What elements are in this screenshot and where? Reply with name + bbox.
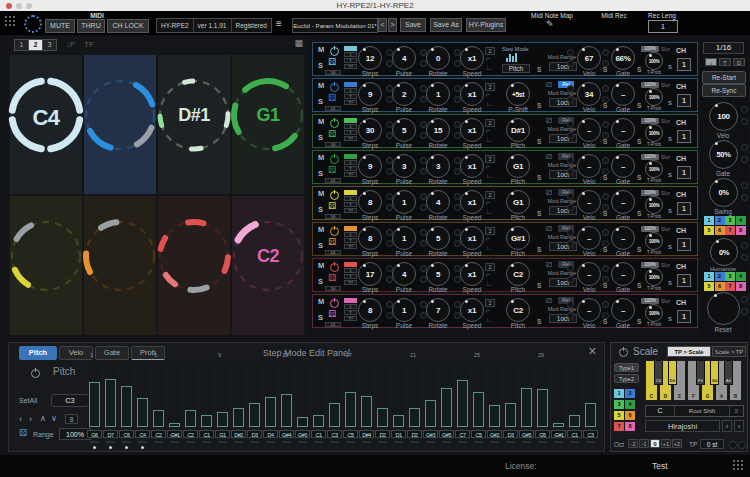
tprob-s-button[interactable]: S — [668, 208, 672, 214]
master-swing-knob[interactable]: 0% — [709, 178, 738, 207]
pitch-bar[interactable] — [569, 415, 580, 427]
step-mark[interactable] — [474, 441, 483, 443]
solo-button[interactable]: S — [318, 97, 323, 106]
step-mark[interactable] — [426, 441, 435, 443]
mod-slot[interactable] — [567, 240, 574, 247]
direction-icon[interactable]: ∟ — [486, 244, 493, 251]
mini-button[interactable]: T — [344, 310, 357, 315]
velo-knob[interactable]: – — [577, 118, 601, 142]
tprob-knob[interactable]: 100% — [645, 268, 663, 286]
mini-button[interactable]: ?? — [344, 244, 357, 249]
mod-slot[interactable] — [741, 118, 748, 125]
mod-slot[interactable] — [602, 204, 609, 211]
pitch-knob[interactable]: G#1 — [506, 226, 530, 250]
ch-value-box[interactable]: 1 — [677, 310, 691, 323]
step-mark[interactable] — [282, 441, 291, 443]
track-select-button[interactable]: 3 — [725, 216, 735, 225]
mod-slot[interactable] — [567, 96, 574, 103]
mod-slot[interactable] — [602, 168, 609, 175]
pulse-knob[interactable]: 5 — [392, 118, 416, 142]
mini-button[interactable]: 1 — [344, 268, 357, 273]
rotate-knob[interactable]: 5 — [426, 226, 450, 250]
pad[interactable] — [84, 55, 156, 194]
pitch-bar[interactable] — [265, 397, 276, 427]
mod-dice-icon[interactable]: ⚂ — [546, 296, 552, 305]
oct-plus1[interactable]: +1 — [661, 439, 671, 448]
pitch-bar[interactable] — [553, 423, 564, 427]
master-gate-knob[interactable]: 50% — [709, 140, 738, 169]
power-icon[interactable] — [330, 47, 339, 56]
mute-button[interactable]: M — [318, 45, 324, 54]
direction-icon[interactable]: ⌐ — [486, 235, 490, 242]
grid-length-box[interactable]: 16 — [325, 142, 341, 147]
step-mark[interactable] — [442, 441, 451, 443]
root-shift-label[interactable]: Root Shift — [675, 406, 729, 416]
mini-button[interactable]: T — [344, 202, 357, 207]
grid-length-box[interactable]: 16 — [325, 178, 341, 183]
grid-length-box[interactable]: 16 — [325, 250, 341, 255]
rotate-knob[interactable]: 1 — [426, 82, 450, 106]
edit-power-icon[interactable] — [31, 369, 40, 378]
pitch-bar[interactable] — [505, 403, 516, 427]
direction-icon[interactable]: ∟ — [486, 64, 493, 71]
scale-track-button[interactable]: 3 — [614, 400, 624, 409]
solo-button[interactable]: S — [318, 241, 323, 250]
step-mark[interactable] — [266, 441, 275, 443]
pad[interactable]: C2 — [232, 196, 304, 335]
mute-button[interactable]: M — [318, 81, 324, 90]
speed-knob[interactable]: x1 — [460, 262, 484, 286]
velo-knob[interactable]: 67 — [577, 46, 601, 70]
track-select-button[interactable]: 1 — [704, 216, 714, 225]
mod-slot[interactable] — [567, 265, 574, 272]
mini-button[interactable]: 1 — [344, 52, 357, 57]
tprob-s-button[interactable]: S — [668, 244, 672, 250]
mod-slot[interactable] — [602, 60, 609, 67]
tprob-s-button[interactable]: S — [668, 172, 672, 178]
pitch-bar[interactable] — [377, 408, 388, 427]
solo-button[interactable]: S — [318, 61, 323, 70]
tprob-knob[interactable]: 100% — [645, 304, 663, 322]
velo-knob[interactable]: – — [577, 298, 601, 322]
pitch-bar[interactable] — [169, 423, 180, 427]
mini-button[interactable]: 1 — [344, 160, 357, 165]
grid-length-box[interactable]: 16 — [325, 214, 341, 219]
mod-slot[interactable] — [567, 60, 574, 67]
track-select-button[interactable]: 7 — [725, 226, 735, 235]
power-icon[interactable] — [330, 119, 339, 128]
mini-button[interactable]: ?? — [344, 208, 357, 213]
grid-length-box[interactable]: 16 — [325, 322, 341, 327]
track-color-chip[interactable] — [344, 298, 357, 303]
mute-button[interactable]: M — [318, 225, 324, 234]
steps-knob[interactable]: 8 — [358, 226, 382, 250]
step-mark[interactable] — [362, 441, 371, 443]
step-mark[interactable] — [506, 441, 515, 443]
velo-knob[interactable]: – — [577, 154, 601, 178]
pitch-bar[interactable] — [137, 398, 148, 427]
direction-icon[interactable]: ∟ — [486, 280, 493, 287]
step-mark[interactable] — [250, 441, 259, 443]
power-icon[interactable] — [330, 155, 339, 164]
step-mark[interactable] — [410, 441, 419, 443]
mini-button[interactable]: T — [344, 58, 357, 63]
mod-slot[interactable] — [729, 441, 737, 449]
midi-mute-button[interactable]: MUTE — [45, 19, 75, 33]
shift-up-button[interactable]: ∧ — [40, 414, 46, 423]
root-shift-menu-icon[interactable]: ≡ — [729, 406, 743, 416]
steps-knob[interactable]: 30 — [358, 118, 382, 142]
tprob-knob[interactable]: 100% — [645, 196, 663, 214]
midi-chlock-button[interactable]: CH LOCK — [107, 19, 149, 33]
mod-slot[interactable] — [741, 194, 748, 201]
prob-100-chip[interactable]: 100% — [641, 118, 659, 124]
steps-knob[interactable]: 9 — [358, 82, 382, 106]
direction-box[interactable]: 2 — [485, 263, 495, 271]
mini-button[interactable]: T — [344, 130, 357, 135]
pitch-bar[interactable] — [201, 415, 212, 427]
step-mark[interactable] — [490, 441, 499, 443]
tprob-s-button[interactable]: S — [668, 136, 672, 142]
scale-to-tp-button[interactable]: Scale > TP — [712, 346, 746, 357]
solo-button[interactable]: S — [318, 133, 323, 142]
tp-to-scale-button[interactable]: TP > Scale — [667, 346, 711, 357]
shift-down-button[interactable]: ∨ — [51, 414, 57, 423]
speed-knob[interactable]: x1 — [460, 118, 484, 142]
mod-slot[interactable] — [741, 254, 748, 261]
